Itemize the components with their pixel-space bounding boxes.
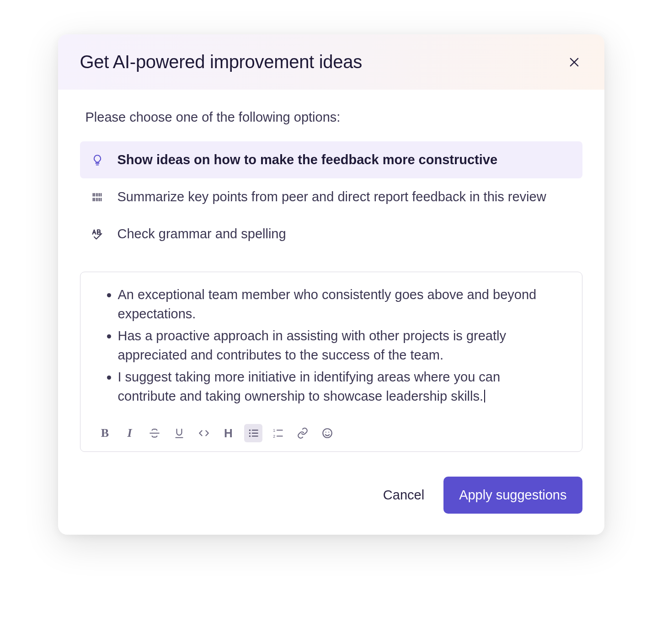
close-button[interactable] bbox=[566, 54, 582, 70]
modal-header: Get AI-powered improvement ideas bbox=[58, 34, 604, 90]
prompt-text: Please choose one of the following optio… bbox=[80, 110, 582, 125]
ai-suggestions-modal: Get AI-powered improvement ideas Please … bbox=[58, 34, 604, 535]
strikethrough-button[interactable] bbox=[145, 424, 164, 442]
emoji-icon bbox=[321, 427, 333, 439]
svg-point-21 bbox=[249, 435, 250, 437]
apply-suggestions-button[interactable]: Apply suggestions bbox=[443, 477, 582, 514]
lightbulb-icon bbox=[90, 153, 105, 167]
bullet-item: An exceptional team member who consisten… bbox=[118, 285, 560, 323]
bullet-list-icon bbox=[247, 427, 259, 439]
barcode-icon bbox=[90, 190, 105, 204]
spellcheck-icon bbox=[90, 227, 105, 242]
option-label: Show ideas on how to make the feedback m… bbox=[117, 152, 498, 167]
bold-button[interactable]: B bbox=[96, 424, 114, 442]
numbered-list-button[interactable]: 1 2 bbox=[269, 424, 287, 442]
strikethrough-icon bbox=[149, 427, 160, 439]
heading-icon: H bbox=[224, 426, 233, 440]
svg-point-29 bbox=[325, 432, 326, 433]
modal-footer: Cancel Apply suggestions bbox=[58, 456, 604, 535]
option-constructive-feedback[interactable]: Show ideas on how to make the feedback m… bbox=[80, 141, 582, 178]
modal-title: Get AI-powered improvement ideas bbox=[80, 52, 362, 72]
modal-body: Please choose one of the following optio… bbox=[58, 90, 604, 456]
bullet-item: I suggest taking more initiative in iden… bbox=[118, 367, 560, 406]
italic-button[interactable]: I bbox=[121, 424, 139, 442]
option-label: Check grammar and spelling bbox=[117, 226, 286, 242]
underline-icon bbox=[173, 427, 185, 439]
italic-icon: I bbox=[127, 426, 132, 440]
svg-point-17 bbox=[249, 429, 250, 431]
numbered-list-icon: 1 2 bbox=[272, 427, 284, 439]
cancel-button[interactable]: Cancel bbox=[379, 483, 428, 507]
bullet-list-button[interactable] bbox=[244, 424, 262, 442]
text-cursor bbox=[483, 389, 485, 403]
svg-point-28 bbox=[323, 429, 332, 438]
link-icon bbox=[297, 427, 309, 439]
feedback-editor[interactable]: An exceptional team member who consisten… bbox=[80, 272, 582, 452]
link-button[interactable] bbox=[294, 424, 312, 442]
bold-icon: B bbox=[101, 426, 109, 440]
editor-toolbar: B I bbox=[94, 417, 568, 445]
option-summarize-feedback[interactable]: Summarize key points from peer and direc… bbox=[80, 178, 582, 215]
code-icon bbox=[198, 427, 210, 439]
heading-button[interactable]: H bbox=[219, 424, 238, 442]
editor-content[interactable]: An exceptional team member who consisten… bbox=[94, 285, 568, 417]
option-grammar-check[interactable]: Check grammar and spelling bbox=[80, 215, 582, 252]
svg-text:2: 2 bbox=[273, 434, 275, 439]
option-label: Summarize key points from peer and direc… bbox=[117, 189, 546, 204]
close-icon bbox=[568, 56, 581, 69]
emoji-button[interactable] bbox=[318, 424, 336, 442]
underline-button[interactable] bbox=[170, 424, 188, 442]
svg-text:1: 1 bbox=[273, 428, 275, 433]
svg-point-30 bbox=[328, 432, 329, 433]
svg-point-19 bbox=[249, 433, 250, 434]
bullet-item: Has a proactive approach in assisting wi… bbox=[118, 326, 560, 365]
options-list: Show ideas on how to make the feedback m… bbox=[80, 141, 582, 252]
code-button[interactable] bbox=[195, 424, 213, 442]
